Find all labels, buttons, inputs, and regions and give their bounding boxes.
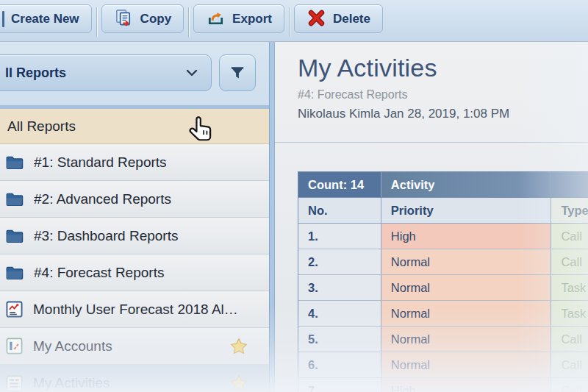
sidebar-item-label: All Reports (7, 118, 260, 135)
toolbar-separator (289, 7, 290, 38)
cell-priority: Normal (381, 275, 552, 300)
filter-button[interactable] (219, 54, 256, 91)
page-title: My Activities (298, 54, 437, 82)
page-subtitle: #4: Forecast Reports (298, 88, 407, 101)
column-header-no[interactable]: No. (298, 198, 381, 223)
sidebar-item-label: My Accounts (33, 338, 219, 354)
folder-icon (6, 229, 24, 243)
copy-button[interactable]: Copy (101, 4, 184, 33)
export-button[interactable]: Export (193, 4, 284, 33)
cell-type: Call (551, 378, 588, 392)
table-body: 1.HighCall2.NormalCall3.NormalTask4.Norm… (298, 224, 588, 392)
group-header-cell-spacer (551, 172, 588, 197)
cell-no: 7. (298, 378, 381, 392)
header-divider (275, 142, 588, 143)
reports-dropdown-value: ll Reports (5, 65, 186, 81)
sidebar-item-label: #4: Forecast Reports (34, 265, 260, 281)
create-new-button[interactable]: Create New (0, 4, 92, 33)
activities-table: Count: 14 Activity No. Priority Type 1.H… (298, 171, 588, 392)
table-row[interactable]: 7.HighCall (298, 378, 588, 392)
star-icon[interactable] (229, 337, 248, 356)
cell-type: Call (551, 327, 588, 352)
star-icon[interactable] (229, 374, 248, 392)
folder-icon (6, 266, 24, 280)
cell-priority: Normal (381, 249, 552, 274)
toolbar-separator (96, 7, 97, 38)
table-row[interactable]: 5.NormalCall (298, 327, 588, 352)
cell-priority: High (381, 378, 552, 392)
cell-type: Task (551, 301, 588, 326)
create-new-icon (2, 11, 4, 27)
create-new-label: Create New (11, 12, 79, 26)
sidebar-item[interactable]: My Activities (0, 365, 269, 392)
sidebar: ll Reports All Reports#1: Standard Repor… (0, 42, 269, 392)
cell-type: Call (551, 352, 588, 377)
cell-no: 3. (298, 275, 381, 300)
sidebar-filter-panel: ll Reports (0, 42, 269, 105)
chevron-down-icon (186, 69, 198, 76)
cell-type: Call (551, 249, 588, 274)
cell-priority: Normal (381, 352, 552, 377)
table-group-header-row: Count: 14 Activity (298, 172, 588, 198)
cell-type: Task (551, 275, 588, 300)
count-header-cell: Count: 14 (298, 172, 381, 197)
filter-funnel-icon (229, 64, 246, 82)
copy-label: Copy (140, 12, 172, 26)
cell-type: Call (551, 224, 588, 249)
sidebar-item[interactable]: #2: Advanced Reports (0, 181, 269, 218)
cell-priority: Normal (381, 301, 552, 326)
sidebar-item[interactable]: My Accounts (0, 328, 269, 365)
sidebar-item-label: #1: Standard Reports (34, 154, 260, 171)
table-row[interactable]: 3.NormalTask (298, 275, 588, 301)
cell-priority: High (381, 224, 552, 249)
table-column-header-row: No. Priority Type (298, 198, 588, 224)
column-header-type[interactable]: Type (551, 198, 588, 223)
sidebar-item-label: My Activities (33, 375, 219, 391)
export-label: Export (232, 12, 272, 26)
sidebar-item[interactable]: Monthly User Forecast 2018 Al… (0, 291, 269, 328)
page-author-date: Nikolaus Kimla Jan 28, 2019, 1:08 PM (298, 107, 509, 121)
toolbar: Create New Copy E (0, 0, 588, 42)
cell-no: 4. (298, 301, 381, 326)
reports-dropdown[interactable]: ll Reports (0, 54, 212, 91)
delete-label: Delete (333, 12, 370, 26)
app-window: Create New Copy E (0, 0, 588, 392)
sidebar-item-label: #3: Dashboard Reports (34, 228, 260, 244)
folder-icon (6, 192, 24, 207)
cell-no: 6. (298, 352, 381, 377)
sidebar-item-label: Monthly User Forecast 2018 Al… (33, 302, 260, 318)
cell-priority: Normal (381, 327, 552, 352)
column-header-priority[interactable]: Priority (381, 198, 552, 223)
cell-no: 1. (298, 224, 381, 249)
table-row[interactable]: 6.NormalCall (298, 352, 588, 378)
cell-no: 5. (298, 327, 381, 352)
line-chart-icon (6, 301, 23, 318)
activities-report-icon (6, 375, 23, 392)
table-row[interactable]: 4.NormalTask (298, 301, 588, 327)
accounts-report-icon (6, 338, 23, 354)
table-row[interactable]: 1.HighCall (298, 224, 588, 249)
sidebar-item[interactable]: All Reports (0, 109, 269, 144)
report-list: All Reports#1: Standard Reports#2: Advan… (0, 109, 269, 392)
sidebar-item[interactable]: #3: Dashboard Reports (0, 218, 269, 254)
sidebar-item-label: #2: Advanced Reports (34, 191, 260, 207)
table-row[interactable]: 2.NormalCall (298, 249, 588, 275)
delete-icon (306, 8, 326, 30)
toolbar-separator (188, 7, 189, 38)
main-content: My Activities #4: Forecast Reports Nikol… (275, 42, 588, 392)
group-header-cell: Activity (381, 172, 552, 197)
delete-button[interactable]: Delete (294, 4, 383, 33)
folder-icon (6, 155, 24, 170)
export-icon (206, 8, 226, 30)
sidebar-main-divider[interactable] (269, 42, 275, 392)
copy-icon (114, 8, 134, 30)
sidebar-item[interactable]: #1: Standard Reports (0, 144, 269, 181)
cell-no: 2. (298, 249, 381, 274)
sidebar-item[interactable]: #4: Forecast Reports (0, 254, 269, 291)
